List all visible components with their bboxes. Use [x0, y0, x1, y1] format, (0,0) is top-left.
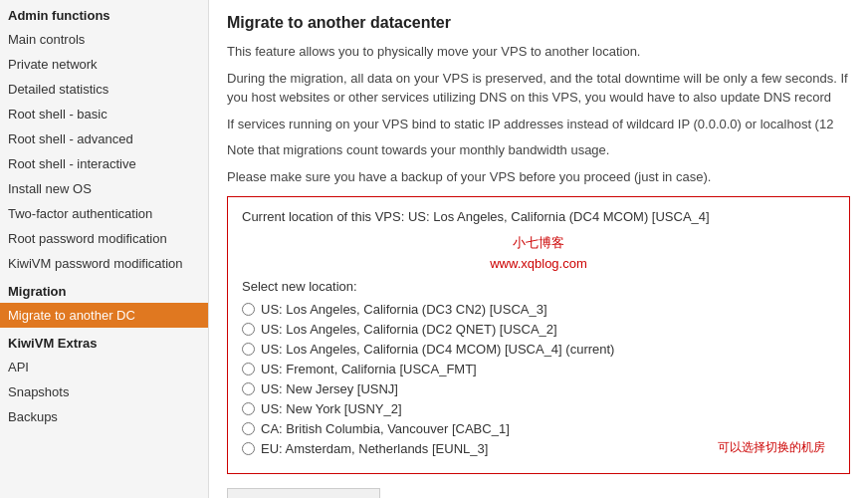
sidebar-item-backups[interactable]: Backups — [0, 404, 208, 429]
sidebar-item-kiwivm-password[interactable]: KiwiVM password modification — [0, 251, 208, 276]
sidebar-section-title: Admin functions — [0, 0, 208, 27]
sidebar-item-migrate-dc[interactable]: Migrate to another DC — [0, 303, 208, 328]
location-radio-6[interactable] — [242, 422, 255, 435]
location-option-6[interactable]: CA: British Columbia, Vancouver [CABC_1] — [242, 421, 835, 436]
location-label-1: US: Los Angeles, California (DC2 QNET) [… — [261, 322, 557, 337]
desc2: During the migration, all data on your V… — [227, 69, 850, 108]
migration-box: Current location of this VPS: US: Los An… — [227, 196, 850, 474]
sidebar-item-root-shell-interactive[interactable]: Root shell - interactive — [0, 151, 208, 176]
sidebar-item-root-shell-basic[interactable]: Root shell - basic — [0, 102, 208, 126]
sidebar-item-detailed-statistics[interactable]: Detailed statistics — [0, 77, 208, 102]
sidebar-item-api[interactable]: API — [0, 355, 208, 379]
desc4: Note that migrations count towards your … — [227, 140, 850, 160]
sidebar-section-title: KiwiVM Extras — [0, 328, 208, 355]
confirm-button[interactable]: Confirm on next step — [227, 488, 380, 498]
desc3: If services running on your VPS bind to … — [227, 115, 850, 134]
desc1: This feature allows you to physically mo… — [227, 42, 850, 62]
sidebar-section-title: Migration — [0, 276, 208, 303]
location-radio-2[interactable] — [242, 343, 255, 356]
location-option-5[interactable]: US: New York [USNY_2] — [242, 401, 835, 416]
location-label-0: US: Los Angeles, California (DC3 CN2) [U… — [261, 302, 547, 317]
location-option-4[interactable]: US: New Jersey [USNJ] — [242, 381, 835, 396]
sidebar-item-install-new-os[interactable]: Install new OS — [0, 176, 208, 201]
watermark-line1: 小七博客 — [242, 234, 835, 252]
location-radio-1[interactable] — [242, 323, 255, 336]
location-radio-5[interactable] — [242, 402, 255, 415]
location-label-2: US: Los Angeles, California (DC4 MCOM) [… — [261, 342, 614, 357]
sidebar-item-private-network[interactable]: Private network — [0, 52, 208, 77]
location-label-6: CA: British Columbia, Vancouver [CABC_1] — [261, 421, 510, 436]
watermark-line2: www.xqblog.com — [242, 256, 835, 271]
sidebar-item-root-password[interactable]: Root password modification — [0, 226, 208, 251]
location-radio-7[interactable] — [242, 442, 255, 455]
location-label-5: US: New York [USNY_2] — [261, 401, 402, 416]
desc5: Please make sure you have a backup of yo… — [227, 167, 850, 187]
location-label-4: US: New Jersey [USNJ] — [261, 381, 398, 396]
sidebar-item-snapshots[interactable]: Snapshots — [0, 379, 208, 404]
sidebar: Admin functionsMain controlsPrivate netw… — [0, 0, 209, 498]
current-location: Current location of this VPS: US: Los An… — [242, 209, 835, 224]
sidebar-item-two-factor[interactable]: Two-factor authentication — [0, 201, 208, 226]
cn-annotation: 可以选择切换的机房 — [718, 439, 825, 456]
location-label-7: EU: Amsterdam, Netherlands [EUNL_3] — [261, 441, 488, 456]
location-radio-3[interactable] — [242, 363, 255, 375]
location-options: US: Los Angeles, California (DC3 CN2) [U… — [242, 302, 835, 456]
sidebar-item-main-controls[interactable]: Main controls — [0, 27, 208, 52]
sidebar-item-root-shell-advanced[interactable]: Root shell - advanced — [0, 126, 208, 151]
location-option-3[interactable]: US: Fremont, California [USCA_FMT] — [242, 362, 835, 376]
select-location-label: Select new location: — [242, 279, 835, 294]
location-radio-0[interactable] — [242, 303, 255, 316]
location-radio-4[interactable] — [242, 382, 255, 395]
location-option-2[interactable]: US: Los Angeles, California (DC4 MCOM) [… — [242, 342, 835, 357]
location-option-0[interactable]: US: Los Angeles, California (DC3 CN2) [U… — [242, 302, 835, 317]
location-option-1[interactable]: US: Los Angeles, California (DC2 QNET) [… — [242, 322, 835, 337]
location-label-3: US: Fremont, California [USCA_FMT] — [261, 362, 477, 376]
page-title: Migrate to another datacenter — [227, 14, 850, 32]
main-content: Migrate to another datacenter This featu… — [209, 0, 868, 498]
